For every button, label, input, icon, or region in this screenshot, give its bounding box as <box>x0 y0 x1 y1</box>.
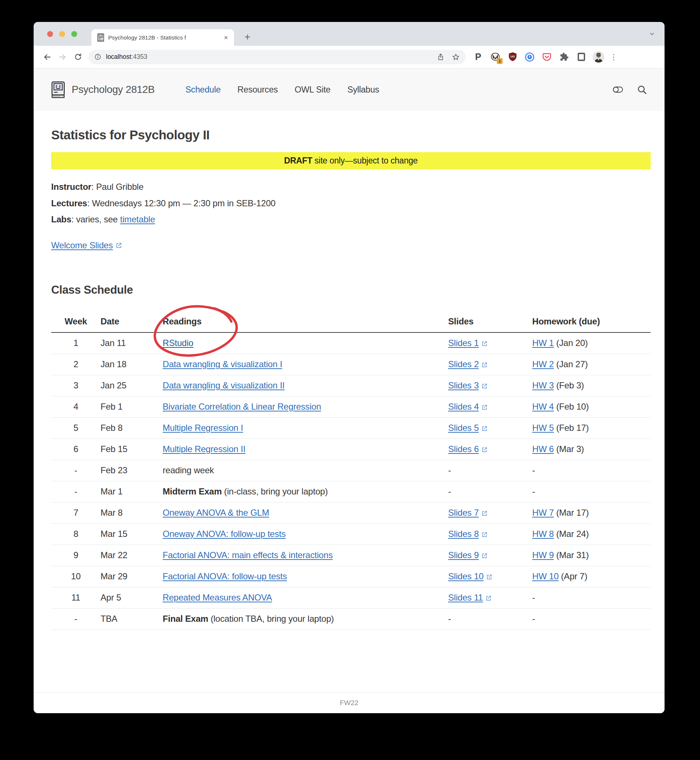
homework-link[interactable]: HW 8 <box>532 529 554 539</box>
reading-link[interactable]: Data wrangling & visualization I <box>162 359 282 369</box>
homework-link[interactable]: HW 9 <box>532 550 554 560</box>
onepassword-button[interactable] <box>523 50 536 64</box>
minimize-window-button[interactable] <box>59 31 65 37</box>
homework-due: (Apr 7) <box>559 571 587 581</box>
privacy-badger-button[interactable]: 1 <box>489 50 502 64</box>
forward-button[interactable] <box>55 49 70 65</box>
table-body: 1 Jan 11 RStudio Slides 1 HW 1 (Jan 20) … <box>51 332 651 630</box>
back-button[interactable] <box>39 49 55 65</box>
p-extension-icon: P <box>475 52 481 62</box>
slides-link[interactable]: Slides 11 <box>448 592 483 602</box>
reading-link[interactable]: Multiple Regression I <box>162 423 243 432</box>
slides-link[interactable]: Slides 4 <box>448 401 479 411</box>
homework-link[interactable]: HW 6 <box>532 444 554 454</box>
homework-cell: HW 4 (Feb 10) <box>532 396 651 417</box>
browser-menu-button[interactable]: ⋮ <box>609 53 619 61</box>
week-cell: 2 <box>51 354 100 375</box>
readings-cell: Oneway ANOVA & the GLM <box>162 502 448 523</box>
week-cell: 9 <box>51 545 100 566</box>
profile-button[interactable] <box>592 50 605 64</box>
reading-link[interactable]: Oneway ANOVA & the GLM <box>162 508 269 517</box>
tab-close-icon[interactable]: × <box>222 34 230 42</box>
slides-link[interactable]: Slides 7 <box>448 508 479 517</box>
url-port: :4353 <box>131 53 147 60</box>
reading-link[interactable]: Repeated Measures ANOVA <box>162 592 272 602</box>
tab-search-chevron-icon[interactable] <box>649 31 655 37</box>
external-link-icon <box>481 508 488 519</box>
new-tab-button[interactable]: + <box>241 31 254 43</box>
reload-button[interactable] <box>70 49 86 65</box>
slides-cell: Slides 2 <box>448 354 532 375</box>
slides-link[interactable]: Slides 8 <box>448 529 479 539</box>
ublock-origin-button[interactable]: UO <box>506 50 519 64</box>
theme-toggle-button[interactable] <box>612 86 623 93</box>
date-cell: Mar 15 <box>100 523 162 545</box>
homework-due: (Mar 3) <box>554 444 584 454</box>
external-link-icon <box>481 445 488 455</box>
homework-link[interactable]: HW 3 <box>532 380 554 390</box>
reading-link[interactable]: Bivariate Correlation & Linear Regressio… <box>162 401 321 411</box>
date-cell: TBA <box>100 608 162 630</box>
bookmark-star-button[interactable] <box>452 53 460 61</box>
homework-cell: HW 9 (Mar 31) <box>532 545 651 566</box>
week-cell: 1 <box>51 332 100 354</box>
site-logo-classic-mac-icon[interactable] <box>51 81 65 98</box>
reading-link[interactable]: Multiple Regression II <box>162 444 245 454</box>
date-cell: Jan 11 <box>100 332 162 354</box>
slides-link[interactable]: Slides 2 <box>448 359 479 369</box>
reload-icon <box>74 53 82 61</box>
nav-link-owl-site[interactable]: OWL Site <box>295 85 330 95</box>
external-link-icon <box>481 423 488 434</box>
homework-cell: HW 7 (Mar 17) <box>532 502 651 523</box>
extensions-menu-button[interactable] <box>558 50 570 64</box>
nav-link-syllabus[interactable]: Syllabus <box>347 85 379 95</box>
date-cell: Feb 1 <box>100 396 162 417</box>
window-controls <box>47 31 77 37</box>
site-title[interactable]: Psychology 2812B <box>72 84 155 96</box>
homework-link[interactable]: HW 1 <box>532 338 554 348</box>
back-arrow-icon <box>43 53 52 61</box>
close-window-button[interactable] <box>47 31 53 37</box>
homework-cell: - <box>532 608 651 630</box>
homework-link[interactable]: HW 5 <box>532 423 554 432</box>
homework-cell: HW 5 (Feb 17) <box>532 417 651 439</box>
address-bar[interactable]: localhost:4353 <box>89 50 466 64</box>
reading-link[interactable]: Factorial ANOVA: main effects & interact… <box>162 550 333 560</box>
draft-banner: DRAFT site only—subject to change <box>51 152 651 169</box>
homework-link[interactable]: HW 7 <box>532 508 554 517</box>
homework-link[interactable]: HW 2 <box>532 359 554 369</box>
homework-link[interactable]: HW 4 <box>532 401 554 411</box>
site-info-icon[interactable] <box>94 53 101 60</box>
nav-link-schedule[interactable]: Schedule <box>185 85 220 95</box>
reading-link[interactable]: Data wrangling & visualization II <box>162 380 285 390</box>
slides-link[interactable]: Slides 1 <box>448 338 479 348</box>
reader-mode-button[interactable] <box>575 50 588 64</box>
zoom-window-button[interactable] <box>71 31 77 37</box>
homework-due: (Mar 31) <box>554 550 589 560</box>
url-host: localhost <box>106 53 131 60</box>
slides-link[interactable]: Slides 10 <box>448 571 484 581</box>
welcome-slides-link[interactable]: Welcome Slides <box>51 240 113 250</box>
reading-link[interactable]: Factorial ANOVA: follow-up tests <box>162 571 287 581</box>
timetable-link[interactable]: timetable <box>120 214 155 224</box>
share-button[interactable] <box>437 53 444 61</box>
browser-tab[interactable]: Psychology 2812B - Statistics f × <box>91 29 234 46</box>
search-button[interactable] <box>637 85 647 95</box>
slides-link[interactable]: Slides 3 <box>448 380 479 390</box>
table-row: - Mar 1 Midterm Exam (in-class, bring yo… <box>51 481 651 502</box>
readings-cell: Data wrangling & visualization II <box>162 375 448 396</box>
slides-link[interactable]: Slides 6 <box>448 444 479 454</box>
homework-link[interactable]: HW 10 <box>532 571 559 581</box>
slides-link[interactable]: Slides 9 <box>448 550 479 560</box>
browser-window: Psychology 2812B - Statistics f × + loca… <box>34 22 664 713</box>
pocket-button[interactable] <box>540 50 553 64</box>
reading-link[interactable]: Oneway ANOVA: follow-up tests <box>162 529 286 539</box>
reading-link[interactable]: RStudio <box>162 338 193 348</box>
extension-p-button[interactable]: P <box>472 50 485 64</box>
table-row: - TBA Final Exam (location TBA, bring yo… <box>51 608 651 630</box>
date-cell: Jan 18 <box>100 354 162 375</box>
badger-badge: 1 <box>497 58 503 64</box>
slides-link[interactable]: Slides 5 <box>448 423 479 432</box>
nav-link-resources[interactable]: Resources <box>238 85 278 95</box>
slides-cell: Slides 11 <box>448 587 532 608</box>
